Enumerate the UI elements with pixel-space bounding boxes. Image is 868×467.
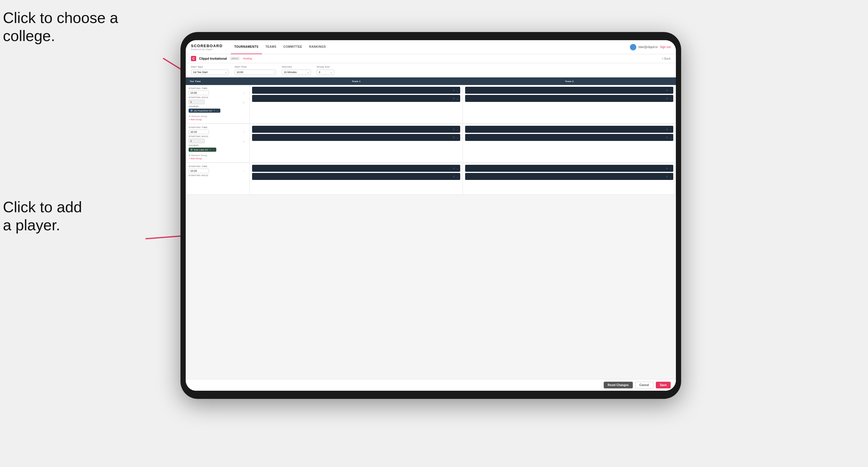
tee-row-2: STARTING TIME: STARTING HOLE: 1 COURSE: <box>186 124 676 163</box>
course-tag-1[interactable]: (A) Peachtree GC × ⌄ <box>189 108 220 113</box>
player-slot-1-2[interactable]: ✕ ⌄ <box>252 95 460 102</box>
starting-time-label-1: STARTING TIME: <box>189 87 247 89</box>
starting-time-label-2: STARTING TIME: <box>189 126 247 128</box>
slot-x-icon-2-2[interactable]: ✕ <box>666 97 668 100</box>
col-tee-time: Tee Time <box>186 80 250 83</box>
starting-hole-select-2-wrapper: 1 <box>189 138 247 143</box>
slot-expand-icon-4-2[interactable]: ⌄ <box>669 136 672 139</box>
course-label-1: COURSE: <box>189 105 247 107</box>
starting-time-input-3-wrapper <box>189 168 247 173</box>
slot-expand-icon-5-2[interactable]: ⌄ <box>456 175 459 178</box>
course-expand-1[interactable]: ⌄ <box>216 109 219 112</box>
player-slot-2-1[interactable]: ✕ ⌄ <box>465 87 673 94</box>
slot-x-icon-1-2[interactable]: ✕ <box>453 97 455 100</box>
group-size-select[interactable]: 3 <box>317 70 334 75</box>
annotation-2: Click to add a player. <box>3 198 82 235</box>
intervals-group: Intervals 10 Minutes <box>282 65 311 75</box>
player-slot-6-2[interactable]: ✕ ⌄ <box>465 173 673 180</box>
course-dot-2 <box>190 149 193 151</box>
course-remove-2[interactable]: × <box>210 148 211 151</box>
tee-left-3: STARTING TIME: STARTING HOLE: <box>186 163 250 194</box>
course-expand-2[interactable]: ⌄ <box>212 148 215 151</box>
add-group-1[interactable]: + Add Group <box>189 118 247 121</box>
logo-subtitle: Powered by clippd <box>191 48 223 51</box>
tablet-frame: SCOREBOARD Powered by clippd TOURNAMENTS… <box>181 32 681 399</box>
slot-expand-icon-6-2[interactable]: ⌄ <box>669 175 672 178</box>
add-group-2[interactable]: + Add Group <box>189 157 247 160</box>
course-tag-2[interactable]: East Lake GC × ⌄ <box>189 148 216 152</box>
slot-x-icon-5-2[interactable]: ✕ <box>453 175 455 178</box>
nav-links: TOURNAMENTS TEAMS COMMITTEE RANKINGS <box>231 40 630 54</box>
remove-group-1[interactable]: ⊖ Remove Group <box>189 115 247 118</box>
player-slot-5-2[interactable]: ✕ ⌄ <box>252 173 460 180</box>
slot-add-icon-1-2[interactable]: ⌄ <box>456 97 459 100</box>
starting-time-label-3: STARTING TIME: <box>189 165 247 167</box>
team2-col-1: ✕ ⌄ ✕ ⌄ <box>463 85 676 123</box>
logo-title: SCOREBOARD <box>191 44 223 48</box>
slot-expand-icon-5-1[interactable]: ⌄ <box>456 167 459 170</box>
slot-x-icon-3-1[interactable]: ✕ <box>453 128 455 131</box>
starting-time-input-1[interactable] <box>189 91 209 95</box>
nav-link-tournaments[interactable]: TOURNAMENTS <box>231 40 262 54</box>
back-button[interactable]: < Back <box>662 57 671 60</box>
course-tag-1-row: (A) Peachtree GC × ⌄ <box>189 108 247 113</box>
slot-expand-icon-2-1[interactable]: ⌄ <box>669 89 672 92</box>
start-type-group: Start Type 1st Tee Start <box>191 65 229 75</box>
tee-actions-1: ⊖ Remove Group + Add Group <box>189 115 247 121</box>
team1-col-2: ✕ ⌄ ✕ ⌄ <box>250 124 463 162</box>
player-slot-6-1[interactable]: ✕ ⌄ <box>465 165 673 172</box>
user-avatar <box>630 44 636 50</box>
course-label-2: COURSE: <box>189 145 247 147</box>
player-slot-3-2[interactable]: ✕ ⌄ <box>252 134 460 141</box>
remove-group-2[interactable]: ⊖ Remove Group <box>189 154 247 157</box>
slot-expand-icon-3-2[interactable]: ⌄ <box>456 136 459 139</box>
player-slot-2-2[interactable]: ✕ ⌄ <box>465 95 673 102</box>
slot-x-icon-5-1[interactable]: ✕ <box>453 167 455 170</box>
form-row: Start Type 1st Tee Start Start Time Inte… <box>186 63 676 77</box>
starting-hole-select-2[interactable]: 1 <box>189 138 205 143</box>
starting-time-input-2[interactable] <box>189 130 209 134</box>
slot-expand-icon-6-1[interactable]: ⌄ <box>669 167 672 170</box>
slot-x-icon-3-2[interactable]: ✕ <box>453 136 455 139</box>
start-time-input[interactable] <box>235 70 276 75</box>
annotation-1: Click to choose a college. <box>3 9 118 45</box>
slot-expand-icon-4-1[interactable]: ⌄ <box>669 128 672 131</box>
player-slot-5-1[interactable]: ✕ ⌄ <box>252 165 460 172</box>
start-type-label: Start Type <box>191 65 229 68</box>
slot-expand-icon-3-1[interactable]: ⌄ <box>456 128 459 131</box>
slot-x-icon-4-1[interactable]: ✕ <box>666 128 668 131</box>
slot-expand-icon-1-1[interactable]: ⌄ <box>456 89 459 92</box>
player-slot-3-1[interactable]: ✕ ⌄ <box>252 126 460 133</box>
nav-bar: SCOREBOARD Powered by clippd TOURNAMENTS… <box>186 40 676 54</box>
scoreboard-logo: SCOREBOARD Powered by clippd <box>191 44 223 51</box>
player-slot-4-2[interactable]: ✕ ⌄ <box>465 134 673 141</box>
nav-link-committee[interactable]: COMMITTEE <box>280 40 306 54</box>
cancel-button[interactable]: Cancel <box>635 382 653 388</box>
reset-button[interactable]: Reset Changes <box>604 382 633 388</box>
course-dot-1 <box>190 110 193 112</box>
course-remove-1[interactable]: × <box>214 109 215 112</box>
save-button[interactable]: Save <box>656 382 671 388</box>
player-slot-4-1[interactable]: ✕ ⌄ <box>465 126 673 133</box>
slot-x-icon-1-1[interactable]: ✕ <box>453 89 455 92</box>
tee-row-3: STARTING TIME: STARTING HOLE: ✕ ⌄ ✕ <box>186 163 676 195</box>
team1-col-1: ✕ ⌄ ✕ ⌄ <box>250 85 463 123</box>
slot-expand-icon-2-2[interactable]: ⌄ <box>669 97 672 100</box>
tee-row-1: STARTING TIME: STARTING HOLE: 1 COURSE: <box>186 85 676 124</box>
course-tag-2-row: East Lake GC × ⌄ <box>189 148 247 152</box>
starting-time-input-2-wrapper <box>189 130 247 134</box>
team2-col-3: ✕ ⌄ ✕ ⌄ <box>463 163 676 194</box>
slot-x-icon-6-2[interactable]: ✕ <box>666 175 668 178</box>
slot-x-icon-6-1[interactable]: ✕ <box>666 167 668 170</box>
nav-link-rankings[interactable]: RANKINGS <box>306 40 329 54</box>
starting-time-input-3[interactable] <box>189 168 209 173</box>
nav-link-teams[interactable]: TEAMS <box>262 40 280 54</box>
intervals-select[interactable]: 10 Minutes <box>282 70 311 75</box>
player-slot-1-1[interactable]: ✕ ⌄ <box>252 87 460 94</box>
course-name-1: (A) Peachtree GC <box>194 110 213 112</box>
slot-x-icon-2-1[interactable]: ✕ <box>666 89 668 92</box>
start-type-select[interactable]: 1st Tee Start <box>191 70 229 75</box>
starting-hole-select-1[interactable]: 1 <box>189 100 205 104</box>
sign-out-link[interactable]: Sign out <box>660 45 671 49</box>
slot-x-icon-4-2[interactable]: ✕ <box>666 136 668 139</box>
